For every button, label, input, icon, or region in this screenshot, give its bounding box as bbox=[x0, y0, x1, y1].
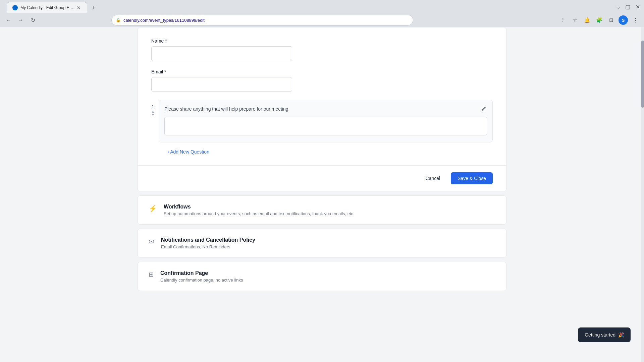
edit-question-button[interactable] bbox=[479, 104, 488, 114]
notifications-title: Notifications and Cancellation Policy bbox=[161, 237, 495, 243]
mail-icon: ✉ bbox=[149, 238, 154, 246]
toast-label: Getting started bbox=[585, 332, 615, 338]
share-icon[interactable]: ⤴ bbox=[558, 15, 568, 25]
save-close-button[interactable]: Save & Close bbox=[451, 172, 493, 184]
split-view-icon[interactable]: ⊡ bbox=[606, 15, 616, 25]
email-label: Email * bbox=[151, 69, 493, 74]
question-text: Please share anything that will help pre… bbox=[164, 106, 487, 113]
arrow-down-icon: ▼ bbox=[151, 113, 155, 117]
form-card: Name * Email * 1 bbox=[138, 27, 506, 191]
confirmation-icon: ⊞ bbox=[149, 271, 154, 278]
cancel-button[interactable]: Cancel bbox=[420, 173, 446, 184]
maximize-icon[interactable]: ▢ bbox=[625, 4, 630, 10]
name-required-star: * bbox=[165, 38, 167, 44]
name-input[interactable] bbox=[151, 46, 292, 61]
add-question-label: Add New Question bbox=[170, 149, 209, 155]
confirmation-desc: Calendly confirmation page, no active li… bbox=[160, 278, 495, 283]
confirmation-section[interactable]: ⊞ Confirmation Page Calendly confirmatio… bbox=[138, 262, 506, 291]
action-buttons-row: Cancel Save & Close bbox=[138, 165, 506, 191]
page-content: Name * Email * 1 bbox=[0, 27, 644, 362]
question-number: 1 bbox=[152, 104, 154, 109]
question-content: Please share anything that will help pre… bbox=[159, 100, 493, 142]
browser-action-buttons: ⤴ ☆ 🔔 🧩 ⊡ S ⋮ bbox=[558, 15, 640, 25]
scrollbar-thumb[interactable] bbox=[641, 41, 644, 108]
notification-icon[interactable]: 🔔 bbox=[582, 15, 592, 25]
lightning-icon: ⚡ bbox=[149, 204, 157, 213]
name-label: Name * bbox=[151, 38, 493, 44]
tab-close-btn[interactable]: ✕ bbox=[76, 5, 82, 10]
form-inner: Name * Email * 1 bbox=[138, 27, 506, 155]
workflows-desc: Set up automations around your events, s… bbox=[164, 211, 495, 216]
tab-title: My Calendly - Edit Group Event bbox=[20, 5, 73, 10]
nav-back-button[interactable]: ← bbox=[4, 15, 13, 25]
toast-emoji: 🎉 bbox=[618, 332, 624, 338]
browser-tab-active[interactable]: My Calendly - Edit Group Event ✕ bbox=[7, 2, 87, 13]
address-bar[interactable]: 🔒 calendly.com/event_types/161108899/edi… bbox=[111, 15, 413, 25]
security-lock-icon: 🔒 bbox=[116, 18, 121, 22]
workflows-section[interactable]: ⚡ Workflows Set up automations around yo… bbox=[138, 195, 506, 225]
nav-forward-button[interactable]: → bbox=[16, 15, 25, 25]
url-text: calendly.com/event_types/161108899/edit bbox=[123, 18, 409, 23]
getting-started-toast[interactable]: Getting started 🎉 bbox=[578, 327, 631, 342]
email-field-group: Email * bbox=[151, 69, 493, 92]
close-icon[interactable]: ✕ bbox=[636, 4, 640, 10]
extensions-icon[interactable]: 🧩 bbox=[594, 15, 604, 25]
nav-refresh-button[interactable]: ↻ bbox=[28, 15, 38, 25]
notifications-info: Notifications and Cancellation Policy Em… bbox=[161, 237, 495, 249]
tab-favicon bbox=[12, 5, 18, 10]
notifications-section[interactable]: ✉ Notifications and Cancellation Policy … bbox=[138, 229, 506, 258]
question-answer-input[interactable] bbox=[164, 117, 487, 135]
confirmation-info: Confirmation Page Calendly confirmation … bbox=[160, 270, 495, 283]
new-tab-button[interactable]: + bbox=[89, 3, 98, 13]
browser-chrome: My Calendly - Edit Group Event ✕ + ⌵ ▢ ✕… bbox=[0, 0, 644, 27]
question-number-controls: 1 ▲ ▼ bbox=[151, 100, 155, 117]
workflows-title: Workflows bbox=[164, 204, 495, 210]
name-field-group: Name * bbox=[151, 38, 493, 61]
add-icon: + bbox=[167, 149, 170, 155]
window-controls: ⌵ ▢ ✕ bbox=[616, 4, 640, 10]
menu-icon[interactable]: ⋮ bbox=[631, 15, 640, 25]
main-container: Name * Email * 1 bbox=[138, 27, 506, 295]
add-new-question-link[interactable]: + Add New Question bbox=[151, 149, 493, 155]
profile-button[interactable]: S bbox=[619, 15, 628, 25]
workflows-info: Workflows Set up automations around your… bbox=[164, 204, 495, 216]
custom-question-block: 1 ▲ ▼ Please share anything that will he… bbox=[151, 100, 493, 142]
confirmation-title: Confirmation Page bbox=[160, 270, 495, 276]
scrollbar-track[interactable] bbox=[641, 27, 644, 362]
minimize-icon[interactable]: ⌵ bbox=[616, 4, 620, 10]
email-required-star: * bbox=[164, 69, 166, 74]
sort-arrows[interactable]: ▲ ▼ bbox=[151, 110, 155, 117]
bookmark-icon[interactable]: ☆ bbox=[570, 15, 580, 25]
email-input[interactable] bbox=[151, 77, 292, 92]
notifications-desc: Email Confirmations, No Reminders bbox=[161, 244, 495, 249]
